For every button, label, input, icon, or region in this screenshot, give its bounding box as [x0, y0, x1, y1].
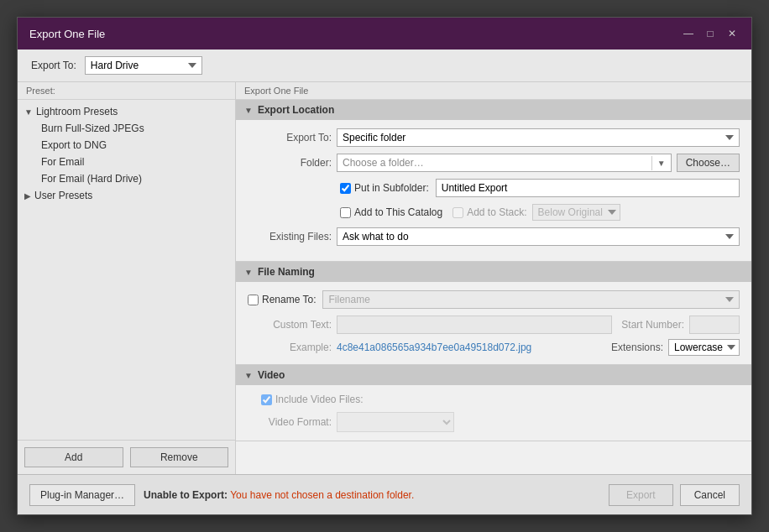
preset-burn-jpegs[interactable]: Burn Full-Sized JPEGs	[18, 120, 235, 137]
close-button[interactable]: ✕	[725, 26, 740, 41]
export-to-label: Export To:	[31, 60, 76, 71]
lightroom-arrow-icon: ▼	[24, 107, 33, 117]
video-section: ▼ Video Include Video Files: Video Forma…	[236, 365, 751, 441]
catalog-row: Add to This Catalog Add to Stack: Below …	[248, 204, 740, 221]
subfolder-input[interactable]	[436, 179, 740, 197]
include-video-label: Include Video Files:	[261, 394, 364, 405]
folder-dropdown-arrow-icon: ▼	[651, 156, 671, 170]
extensions-label: Extensions:	[611, 342, 663, 353]
export-to-form-label: Export To:	[248, 132, 332, 143]
subfolder-checkbox[interactable]	[340, 183, 351, 194]
video-arrow-icon: ▼	[244, 371, 253, 380]
rename-to-select[interactable]: Filename Custom Name Date - Filename Seq…	[322, 290, 740, 309]
export-dialog: Export One File — □ ✕ Export To: Hard Dr…	[17, 17, 752, 515]
custom-text-label: Custom Text:	[248, 319, 332, 331]
rename-to-label: Rename To:	[248, 294, 316, 305]
existing-files-label: Existing Files:	[248, 231, 332, 243]
main-area: Preset: ▼ Lightroom Presets Burn Full-Si…	[18, 82, 751, 474]
start-number-label: Start Number:	[617, 319, 684, 331]
include-video-text: Include Video Files:	[275, 394, 364, 405]
preset-tree: ▼ Lightroom Presets Burn Full-Sized JPEG…	[18, 100, 235, 440]
add-to-catalog-checkbox[interactable]	[340, 207, 351, 218]
file-naming-body: Rename To: Filename Custom Name Date - F…	[236, 282, 751, 364]
preset-for-email[interactable]: For Email	[18, 154, 235, 170]
error-message: Unable to Export: You have not chosen a …	[144, 489, 600, 501]
preset-buttons: Add Remove	[18, 440, 235, 474]
folder-text: Choose a folder…	[337, 154, 651, 171]
file-naming-header[interactable]: ▼ File Naming	[236, 262, 751, 282]
dialog-title: Export One File	[29, 28, 105, 40]
right-panel-label: Export One File	[236, 82, 751, 100]
add-to-stack-text: Add to Stack:	[467, 206, 526, 218]
export-to-select[interactable]: Hard Drive Email CD/DVD Adobe Stock	[85, 56, 202, 75]
existing-files-row: Existing Files: Ask what to do Choose a …	[248, 227, 740, 246]
folder-label: Folder:	[248, 157, 332, 169]
video-format-row: Video Format:	[248, 412, 740, 432]
rename-to-row: Rename To: Filename Custom Name Date - F…	[248, 290, 740, 309]
custom-text-row: Custom Text: Start Number:	[248, 316, 740, 334]
add-to-stack-checkbox[interactable]	[453, 207, 463, 218]
action-buttons: Export Cancel	[609, 484, 740, 506]
preset-label: Preset:	[18, 82, 235, 100]
file-naming-title: File Naming	[258, 266, 315, 278]
custom-text-input[interactable]	[337, 316, 612, 334]
folder-row: Folder: Choose a folder… ▼ Choose…	[248, 154, 740, 172]
add-to-catalog-label: Add to This Catalog	[340, 206, 442, 218]
titlebar: Export One File — □ ✕	[18, 18, 751, 50]
stack-group: Add to Stack: Below Original Above Origi…	[453, 204, 620, 221]
export-location-title: Export Location	[258, 104, 334, 116]
video-format-select[interactable]	[337, 412, 454, 432]
remove-preset-button[interactable]: Remove	[130, 447, 229, 467]
user-presets-arrow-icon: ▶	[24, 191, 31, 201]
lightroom-presets-group[interactable]: ▼ Lightroom Presets	[18, 103, 235, 120]
plugin-manager-button[interactable]: Plug-in Manager…	[29, 484, 135, 506]
subfolder-label: Put in Subfolder:	[340, 182, 429, 194]
include-video-checkbox[interactable]	[261, 394, 272, 405]
export-to-location-select[interactable]: Specific folder Same folder as original …	[337, 128, 740, 147]
file-naming-section: ▼ File Naming Rename To: Filename Custom…	[236, 262, 751, 365]
add-to-stack-label: Add to Stack:	[453, 206, 526, 218]
stack-option-select[interactable]: Below Original Above Original	[532, 204, 620, 221]
rename-to-text: Rename To:	[262, 294, 316, 305]
choose-folder-button[interactable]: Choose…	[677, 154, 740, 172]
existing-files-control: Ask what to do Choose a new name for the…	[337, 227, 740, 246]
user-presets-label: User Presets	[34, 190, 92, 201]
existing-files-select[interactable]: Ask what to do Choose a new name for the…	[337, 227, 740, 246]
video-format-label: Video Format:	[248, 416, 332, 428]
subfolder-row: Put in Subfolder:	[248, 179, 740, 197]
lightroom-presets-label: Lightroom Presets	[36, 106, 118, 117]
add-preset-button[interactable]: Add	[24, 447, 123, 467]
preset-export-dng[interactable]: Export to DNG	[18, 137, 235, 154]
bottom-bar: Plug-in Manager… Unable to Export: You h…	[18, 474, 751, 514]
export-to-form-control: Specific folder Same folder as original …	[337, 128, 740, 147]
preset-for-email-hd[interactable]: For Email (Hard Drive)	[18, 170, 235, 187]
unable-to-export-label: Unable to Export:	[144, 489, 228, 501]
export-location-section: ▼ Export Location Export To: Specific fo…	[236, 100, 751, 262]
minimize-button[interactable]: —	[681, 26, 696, 41]
folder-select-wrapper[interactable]: Choose a folder… ▼	[337, 154, 672, 172]
right-panel: Export One File ▼ Export Location Export…	[236, 82, 751, 474]
titlebar-controls: — □ ✕	[681, 26, 740, 41]
maximize-button[interactable]: □	[703, 26, 718, 41]
export-location-arrow-icon: ▼	[244, 106, 253, 115]
video-body: Include Video Files: Video Format:	[236, 385, 751, 441]
rename-to-checkbox[interactable]	[248, 295, 259, 305]
file-naming-arrow-icon: ▼	[244, 268, 253, 277]
export-location-header[interactable]: ▼ Export Location	[236, 100, 751, 120]
example-value: 4c8e41a086565a934b7ee0a49518d072.jpg	[337, 342, 606, 353]
start-number-input[interactable]	[689, 316, 740, 334]
video-section-header[interactable]: ▼ Video	[236, 365, 751, 385]
export-to-row: Export To: Specific folder Same folder a…	[248, 128, 740, 147]
user-presets-group[interactable]: ▶ User Presets	[18, 187, 235, 204]
example-row: Example: 4c8e41a086565a934b7ee0a49518d07…	[248, 339, 740, 356]
example-label: Example:	[248, 342, 332, 353]
left-panel: Preset: ▼ Lightroom Presets Burn Full-Si…	[18, 82, 236, 474]
include-video-row: Include Video Files:	[248, 394, 740, 405]
cancel-button[interactable]: Cancel	[680, 484, 740, 506]
video-section-title: Video	[258, 369, 285, 381]
subfolder-label-text: Put in Subfolder:	[354, 182, 429, 194]
add-to-catalog-text: Add to This Catalog	[354, 206, 442, 218]
extensions-select[interactable]: Lowercase Uppercase	[668, 339, 740, 356]
export-button[interactable]: Export	[609, 484, 673, 506]
export-to-bar: Export To: Hard Drive Email CD/DVD Adobe…	[18, 50, 751, 82]
